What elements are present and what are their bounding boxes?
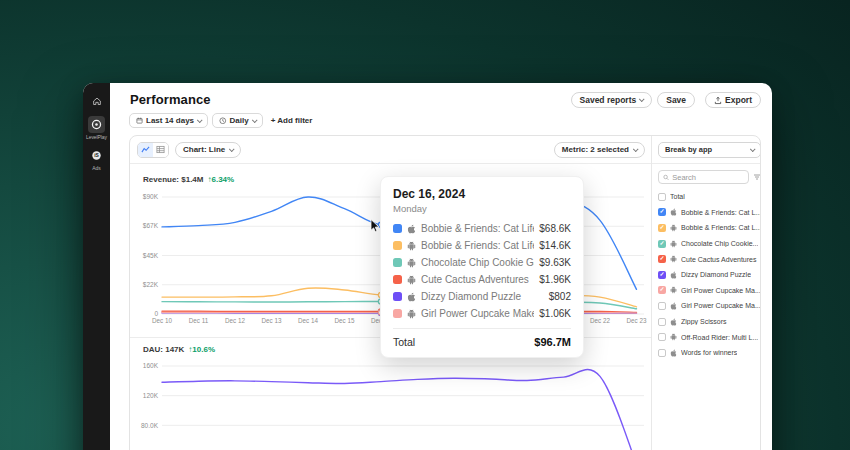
app-filter-item[interactable]: ✓Chocolate Chip Cookie... bbox=[658, 236, 761, 252]
app-filter-list: Total✓Bobbie & Friends: Cat L...✓Bobbie … bbox=[658, 189, 761, 361]
apple-icon bbox=[407, 224, 416, 234]
svg-text:$90K: $90K bbox=[143, 193, 159, 200]
app-filter-item[interactable]: ✓Bobbie & Friends: Cat L... bbox=[658, 205, 761, 221]
svg-text:$67K: $67K bbox=[143, 222, 159, 229]
search-box[interactable] bbox=[658, 170, 749, 184]
nav-home[interactable] bbox=[88, 92, 105, 109]
apple-icon bbox=[407, 292, 416, 302]
dau-chart[interactable]: 160K120K80.0K40.0KDec 10Dec 11Dec 12Dec … bbox=[130, 357, 651, 450]
app-filter-item[interactable]: ✓Bobbie & Friends: Cat L... bbox=[658, 220, 761, 236]
apple-icon bbox=[670, 349, 677, 357]
chevron-down-icon bbox=[252, 117, 258, 123]
checkbox[interactable] bbox=[658, 349, 666, 357]
metric-dropdown[interactable]: Metric: 2 selected bbox=[554, 142, 645, 158]
saved-reports-button[interactable]: Saved reports bbox=[571, 92, 653, 108]
line-view-toggle[interactable] bbox=[138, 143, 153, 157]
checkbox[interactable] bbox=[658, 302, 666, 310]
export-icon bbox=[714, 96, 722, 105]
chevron-down-icon bbox=[229, 146, 235, 152]
app-filter-item[interactable]: ✓Girl Power Cupcake Ma... bbox=[658, 283, 761, 299]
android-icon bbox=[670, 240, 677, 248]
android-icon bbox=[407, 275, 416, 285]
add-filter-label: + Add filter bbox=[271, 116, 313, 125]
export-button[interactable]: Export bbox=[705, 92, 761, 108]
clock-icon bbox=[219, 117, 227, 125]
checkbox[interactable]: ✓ bbox=[658, 208, 666, 216]
search-icon bbox=[663, 174, 669, 181]
dau-delta: ↑10.6% bbox=[188, 345, 215, 354]
chart-type-dropdown[interactable]: Chart: Line bbox=[175, 142, 241, 158]
app-filter-label: Girl Power Cupcake Ma... bbox=[681, 302, 761, 309]
apple-icon bbox=[670, 208, 677, 216]
checkbox[interactable]: ✓ bbox=[658, 240, 666, 248]
date-range-filter[interactable]: Last 14 days bbox=[129, 113, 208, 128]
android-icon bbox=[407, 309, 416, 319]
checkbox[interactable]: ✓ bbox=[658, 271, 666, 279]
checkbox[interactable]: ✓ bbox=[658, 286, 666, 294]
desktop-background: LevelPlay iS Ads Performance Saved repor… bbox=[0, 0, 850, 450]
tooltip-row: Bobbie & Friends: Cat Life...$68.6K bbox=[393, 220, 571, 237]
svg-text:Dec 12: Dec 12 bbox=[225, 317, 245, 324]
series-color-swatch bbox=[393, 258, 402, 267]
app-filter-item[interactable]: Girl Power Cupcake Ma... bbox=[658, 298, 761, 314]
app-filter-label: Cute Cactus Adventures bbox=[681, 256, 757, 263]
app-filter-item[interactable]: Words for winners bbox=[658, 345, 761, 361]
break-by-dropdown[interactable]: Break by app bbox=[658, 142, 761, 158]
svg-text:160K: 160K bbox=[143, 362, 159, 369]
app-filter-item[interactable]: Zippy Scissors bbox=[658, 314, 761, 330]
app-filter-item[interactable]: ✓Dizzy Diamond Puzzle bbox=[658, 267, 761, 283]
svg-text:120K: 120K bbox=[143, 392, 159, 399]
nav-rail: LevelPlay iS Ads bbox=[83, 83, 110, 450]
android-icon bbox=[670, 255, 677, 263]
app-filter-label: Bobbie & Friends: Cat L... bbox=[681, 209, 761, 216]
checkbox[interactable]: ✓ bbox=[658, 224, 666, 232]
save-button[interactable]: Save bbox=[657, 92, 695, 108]
svg-text:Dec 13: Dec 13 bbox=[262, 317, 282, 324]
table-view-toggle[interactable] bbox=[153, 143, 168, 157]
app-filter-item[interactable]: Off-Road Rider: Multi L... bbox=[658, 329, 761, 345]
table-icon bbox=[156, 145, 165, 154]
app-filter-item[interactable]: Total bbox=[658, 189, 761, 205]
date-range-label: Last 14 days bbox=[146, 116, 194, 125]
app-filter-item[interactable]: ✓Cute Cactus Adventures bbox=[658, 251, 761, 267]
app-filter-label: Off-Road Rider: Multi L... bbox=[681, 334, 758, 341]
granularity-label: Daily bbox=[230, 116, 249, 125]
tooltip-app-name: Girl Power Cupcake Maker bbox=[421, 308, 534, 319]
checkbox[interactable] bbox=[658, 193, 666, 201]
nav-levelplay-label: LevelPlay bbox=[86, 134, 107, 140]
calendar-icon bbox=[136, 117, 143, 124]
app-filter-label: Girl Power Cupcake Ma... bbox=[681, 287, 761, 294]
filter-sort-icon[interactable] bbox=[753, 173, 761, 181]
svg-text:80.0K: 80.0K bbox=[141, 422, 159, 429]
tooltip-app-value: $68.6K bbox=[539, 223, 571, 234]
mouse-cursor bbox=[370, 219, 382, 233]
tooltip-row: Girl Power Cupcake Maker$1.06K bbox=[393, 305, 571, 322]
tooltip-app-name: Bobbie & Friends: Cat Life... bbox=[421, 223, 534, 234]
svg-text:Dec 10: Dec 10 bbox=[152, 317, 172, 324]
android-icon bbox=[407, 241, 416, 251]
granularity-filter[interactable]: Daily bbox=[212, 113, 263, 128]
view-toggle-group bbox=[137, 142, 169, 158]
search-input[interactable] bbox=[672, 173, 744, 182]
revenue-header: Revenue: $1.4M bbox=[143, 175, 203, 184]
chevron-down-icon bbox=[633, 146, 639, 152]
checkbox[interactable] bbox=[658, 333, 666, 341]
nav-ads[interactable]: iS Ads bbox=[88, 147, 105, 171]
android-icon bbox=[407, 258, 416, 268]
chart-tooltip: Dec 16, 2024 Monday Bobbie & Friends: Ca… bbox=[380, 176, 584, 358]
levelplay-icon bbox=[88, 116, 105, 133]
break-by-label: Break by app bbox=[665, 145, 712, 154]
save-label: Save bbox=[666, 95, 686, 105]
svg-text:Dec 15: Dec 15 bbox=[335, 317, 355, 324]
add-filter-button[interactable]: + Add filter bbox=[271, 116, 313, 125]
tooltip-app-value: $1.06K bbox=[539, 308, 571, 319]
app-filter-label: Chocolate Chip Cookie... bbox=[681, 240, 758, 247]
tooltip-total-value: $96.7M bbox=[534, 336, 571, 348]
checkbox[interactable]: ✓ bbox=[658, 255, 666, 263]
tooltip-row: Bobbie & Friends: Cat Life...$14.6K bbox=[393, 237, 571, 254]
nav-levelplay[interactable]: LevelPlay bbox=[86, 116, 107, 140]
checkbox[interactable] bbox=[658, 318, 666, 326]
tooltip-row: Cute Cactus Adventures$1.96K bbox=[393, 271, 571, 288]
chevron-down-icon bbox=[639, 96, 645, 102]
android-icon bbox=[670, 286, 677, 294]
